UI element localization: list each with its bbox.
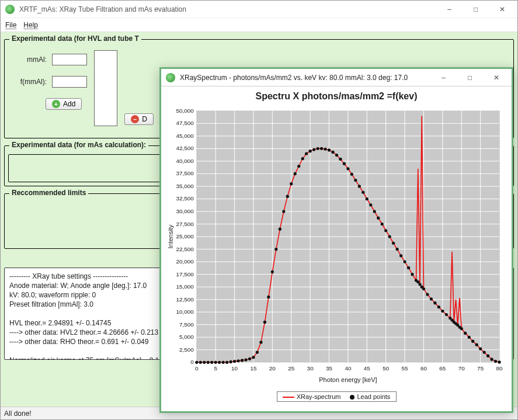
svg-point-146 [441,310,444,313]
svg-point-120 [350,173,353,176]
spectrum-window: XRaySpectrum - photons/mAs/mm2 vs. keV k… [159,67,513,413]
svg-text:42,500: 42,500 [176,145,194,151]
svg-point-116 [335,154,338,157]
svg-point-99 [271,270,274,273]
delete-button[interactable]: − D [124,113,154,125]
svg-point-145 [437,306,440,308]
fmmal-input[interactable] [52,76,87,88]
svg-point-92 [244,358,247,361]
svg-point-80 [199,361,202,364]
svg-point-100 [274,248,277,251]
svg-point-143 [430,297,433,300]
svg-text:55: 55 [402,365,409,372]
svg-point-158 [475,343,478,346]
svg-point-119 [346,167,349,170]
svg-point-109 [309,150,312,152]
app-icon [5,5,15,14]
svg-point-129 [384,229,387,232]
svg-point-118 [343,162,346,165]
svg-point-115 [331,151,334,154]
svg-point-142 [426,293,429,296]
svg-point-144 [433,301,436,304]
svg-point-164 [498,360,500,363]
spectrum-chart: 0510152025303540455055606570758002,5005,… [165,103,508,389]
client-area: Experimental data (for HVL and tube T mm… [1,32,517,407]
data-list[interactable] [94,50,117,126]
svg-point-113 [324,148,326,151]
menu-help[interactable]: Help [23,21,38,29]
add-button[interactable]: + Add [46,98,82,110]
svg-point-107 [301,157,304,160]
svg-point-159 [479,347,482,350]
svg-text:17,500: 17,500 [176,271,194,277]
svg-point-106 [297,165,300,168]
svg-point-89 [233,360,236,363]
menubar: File Help [1,18,517,32]
svg-point-121 [354,179,357,182]
svg-text:27,500: 27,500 [176,221,194,227]
svg-text:20,000: 20,000 [176,258,194,265]
svg-point-105 [294,172,297,175]
svg-text:80: 80 [496,365,503,372]
minimize-button[interactable]: – [436,1,463,18]
svg-point-130 [388,235,391,238]
svg-point-94 [252,356,255,359]
svg-point-154 [460,327,463,330]
svg-text:65: 65 [439,365,446,372]
svg-point-90 [237,359,239,362]
svg-text:15: 15 [250,365,257,372]
chart-legend: XRay-spectrum Lead points [277,391,397,402]
main-window-title: XRTF_mAs: XRay Tube Filtration and mAs e… [19,5,436,13]
close-button[interactable]: ✕ [489,1,515,18]
svg-point-83 [210,361,213,364]
svg-point-111 [317,147,319,150]
svg-text:15,000: 15,000 [176,283,194,290]
svg-point-136 [411,273,413,276]
svg-point-81 [203,361,206,364]
svg-point-128 [381,223,384,225]
spectrum-window-title: XRaySpectrum - photons/mAs/mm2 vs. keV k… [180,74,430,82]
svg-point-110 [312,148,315,151]
plus-icon: + [52,100,60,108]
spectrum-close-button[interactable]: ✕ [483,69,509,86]
svg-text:0: 0 [195,365,199,372]
recommended-limits-title: Reccommended limits [9,189,88,197]
svg-point-155 [464,332,467,335]
svg-text:35: 35 [326,365,333,372]
svg-text:12,500: 12,500 [176,296,194,303]
svg-text:30: 30 [307,365,314,372]
maximize-button[interactable]: □ [463,1,489,18]
svg-text:5: 5 [214,365,217,372]
svg-text:32,500: 32,500 [176,195,194,202]
fmmal-label: f(mmAl): [12,78,47,86]
svg-point-101 [279,228,281,231]
main-titlebar: XRTF_mAs: XRay Tube Filtration and mAs e… [1,1,517,18]
svg-point-138 [416,280,419,283]
add-button-label: Add [63,100,75,108]
svg-point-135 [407,266,410,269]
svg-text:40: 40 [345,365,352,372]
svg-point-98 [267,296,270,298]
spectrum-minimize-button[interactable]: – [430,69,457,86]
spectrum-titlebar: XRaySpectrum - photons/mAs/mm2 vs. keV k… [161,69,512,86]
mmal-input[interactable] [52,54,87,65]
svg-point-157 [471,340,474,343]
svg-text:20: 20 [269,365,276,372]
chart-title: Spectru X photons/mas/mm2 =f(kev) [165,89,508,103]
delete-button-label: D [142,115,147,123]
svg-text:47,500: 47,500 [176,120,194,126]
svg-point-87 [225,361,228,364]
svg-point-147 [445,313,448,316]
svg-point-162 [491,358,493,361]
svg-text:Photon energy [keV]: Photon energy [keV] [319,376,377,383]
svg-point-122 [358,185,361,188]
spectrum-maximize-button[interactable]: □ [457,69,483,86]
svg-text:45,000: 45,000 [176,133,194,139]
svg-point-91 [241,359,244,362]
svg-text:25,000: 25,000 [176,233,194,239]
menu-file[interactable]: File [5,21,16,29]
svg-point-112 [320,147,323,150]
svg-point-84 [214,361,217,364]
svg-text:10: 10 [231,365,238,372]
svg-point-104 [290,182,293,185]
